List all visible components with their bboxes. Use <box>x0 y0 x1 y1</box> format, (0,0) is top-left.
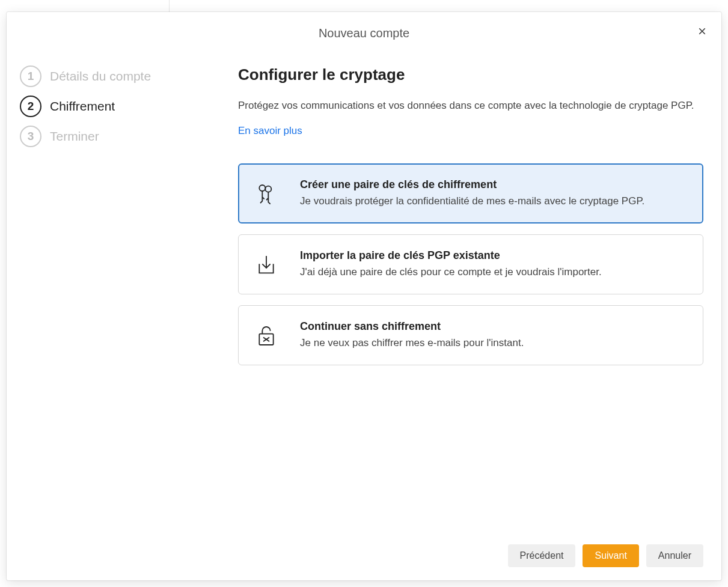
close-icon <box>697 26 708 37</box>
step-label: Chiffrement <box>50 99 115 114</box>
option-title: Importer la paire de clés PGP existante <box>300 249 686 262</box>
next-button[interactable]: Suivant <box>583 544 638 567</box>
svg-point-0 <box>259 185 265 191</box>
new-account-dialog: Nouveau compte 1 Détails du compte 2 Chi… <box>7 12 721 580</box>
option-text: Importer la paire de clés PGP existante … <box>300 249 686 279</box>
encryption-options: Créer une paire de clés de chiffrement J… <box>238 163 703 365</box>
dialog-footer: Précédent Suivant Annuler <box>7 535 721 580</box>
import-icon <box>253 251 280 279</box>
option-title: Continuer sans chiffrement <box>300 320 686 333</box>
top-divider <box>169 0 170 12</box>
page-heading: Configurer le cryptage <box>238 65 703 84</box>
keys-icon <box>253 180 280 208</box>
step-account-details[interactable]: 1 Détails du compte <box>20 65 202 87</box>
cancel-button[interactable]: Annuler <box>646 544 703 567</box>
step-number: 2 <box>20 96 41 117</box>
dialog-title: Nouveau compte <box>7 26 721 40</box>
step-label: Terminer <box>50 129 99 144</box>
option-description: Je ne veux pas chiffrer mes e-mails pour… <box>300 336 686 350</box>
unlock-icon <box>253 321 280 350</box>
back-button[interactable]: Précédent <box>508 544 576 567</box>
svg-point-1 <box>265 186 271 192</box>
option-text: Continuer sans chiffrement Je ne veux pa… <box>300 320 686 350</box>
step-encryption[interactable]: 2 Chiffrement <box>20 96 202 117</box>
page-description: Protégez vos communications et vos donné… <box>238 99 703 113</box>
option-description: J'ai déjà une paire de clés pour ce comp… <box>300 266 686 279</box>
step-label: Détails du compte <box>50 69 151 84</box>
dialog-header: Nouveau compte <box>7 12 721 47</box>
learn-more-link[interactable]: En savoir plus <box>238 125 302 137</box>
step-finish[interactable]: 3 Terminer <box>20 126 202 147</box>
option-create-keys[interactable]: Créer une paire de clés de chiffrement J… <box>238 163 703 224</box>
dialog-body: 1 Détails du compte 2 Chiffrement 3 Term… <box>7 47 721 535</box>
option-import-keys[interactable]: Importer la paire de clés PGP existante … <box>238 234 703 294</box>
main-content: Configurer le cryptage Protégez vos comm… <box>214 47 721 535</box>
option-title: Créer une paire de clés de chiffrement <box>300 178 686 191</box>
step-number: 3 <box>20 126 41 147</box>
step-number: 1 <box>20 65 41 87</box>
option-no-encryption[interactable]: Continuer sans chiffrement Je ne veux pa… <box>238 305 703 365</box>
option-text: Créer une paire de clés de chiffrement J… <box>300 178 686 208</box>
wizard-steps-sidebar: 1 Détails du compte 2 Chiffrement 3 Term… <box>7 47 214 535</box>
option-description: Je voudrais protéger la confidentialité … <box>300 195 686 208</box>
close-button[interactable] <box>694 23 711 40</box>
